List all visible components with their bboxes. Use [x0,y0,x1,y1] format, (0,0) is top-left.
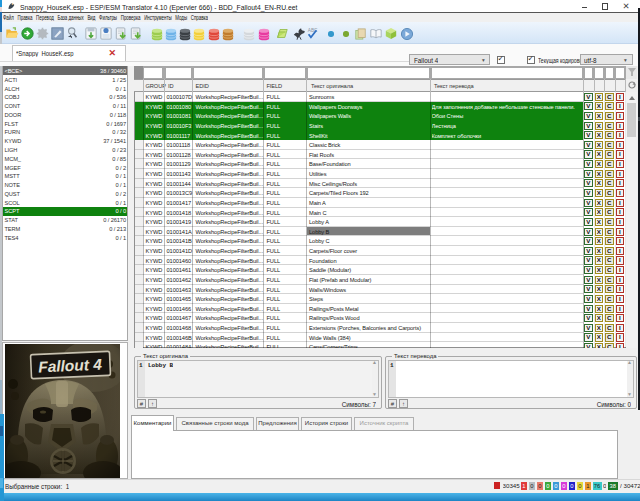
svg-text:Fallout 4: Fallout 4 [38,355,103,375]
